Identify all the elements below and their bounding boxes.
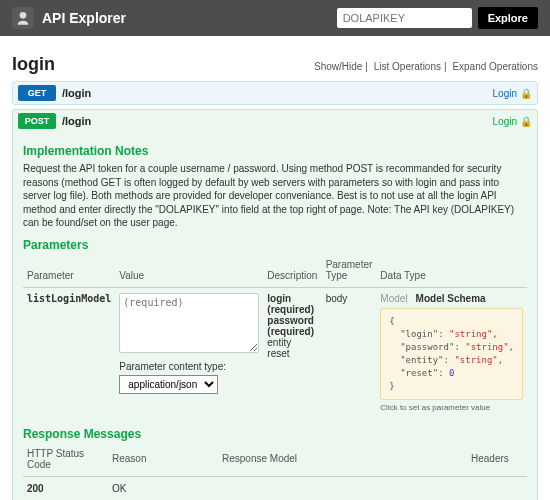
- app-header: API Explorer Explore: [0, 0, 550, 36]
- param-row: listLoginModel Parameter content type: a…: [23, 287, 527, 417]
- schema-note: Click to set as parameter value: [380, 403, 523, 412]
- params-table: Parameter Value Description Parameter Ty…: [23, 256, 527, 417]
- content-type-label: Parameter content type:: [119, 361, 259, 372]
- header-left: API Explorer: [12, 7, 126, 29]
- col-parameter: Parameter: [23, 256, 115, 288]
- endpoint-get-path[interactable]: /login: [62, 87, 487, 99]
- model-tab[interactable]: Model: [380, 293, 407, 304]
- model-schema-box[interactable]: { "login": "string", "password": "string…: [380, 308, 523, 400]
- responses-heading: Response Messages: [23, 427, 527, 441]
- param-description: login (required) password (required) ent…: [263, 287, 321, 417]
- section-links: Show/Hide| List Operations| Expand Opera…: [314, 61, 538, 72]
- endpoint-get-action[interactable]: Login 🔒: [493, 88, 532, 99]
- col-status: HTTP Status Code: [23, 445, 108, 477]
- link-showhide[interactable]: Show/Hide: [314, 61, 362, 72]
- endpoint-post-body: Implementation Notes Request the API tok…: [13, 132, 537, 500]
- col-value: Value: [115, 256, 263, 288]
- svg-point-0: [20, 12, 27, 19]
- param-value-input[interactable]: [119, 293, 259, 353]
- response-row: 200OK: [23, 476, 527, 500]
- params-heading: Parameters: [23, 238, 527, 252]
- content-type-select[interactable]: application/json: [119, 375, 218, 394]
- col-description: Description: [263, 256, 321, 288]
- endpoint-get[interactable]: GET /login Login 🔒: [12, 81, 538, 105]
- endpoint-post-header[interactable]: POST /login Login 🔒: [13, 110, 537, 132]
- col-model: Response Model: [218, 445, 467, 477]
- endpoint-post-action[interactable]: Login 🔒: [493, 116, 532, 127]
- col-headers: Headers: [467, 445, 527, 477]
- header-right: Explore: [337, 7, 538, 29]
- method-get-badge: GET: [18, 85, 56, 101]
- col-ptype: Parameter Type: [322, 256, 377, 288]
- apikey-input[interactable]: [337, 8, 472, 28]
- param-type: body: [322, 287, 377, 417]
- model-schema-tab[interactable]: Model Schema: [416, 293, 486, 304]
- endpoint-post: POST /login Login 🔒 Implementation Notes…: [12, 109, 538, 500]
- lock-icon: 🔒: [520, 88, 532, 99]
- endpoint-post-path[interactable]: /login: [62, 115, 487, 127]
- impl-notes: Request the API token for a couple usern…: [23, 162, 527, 230]
- param-name: listLoginModel: [23, 287, 115, 417]
- responses-table: HTTP Status Code Reason Response Model H…: [23, 445, 527, 500]
- section-header: login Show/Hide| List Operations| Expand…: [12, 54, 538, 75]
- col-dtype: Data Type: [376, 256, 527, 288]
- col-reason: Reason: [108, 445, 218, 477]
- explore-button[interactable]: Explore: [478, 7, 538, 29]
- lock-icon: 🔒: [520, 116, 532, 127]
- link-expandops[interactable]: Expand Operations: [452, 61, 538, 72]
- content: login Show/Hide| List Operations| Expand…: [0, 36, 550, 500]
- link-listops[interactable]: List Operations: [374, 61, 441, 72]
- method-post-badge: POST: [18, 113, 56, 129]
- impl-heading: Implementation Notes: [23, 144, 527, 158]
- endpoint-get-header: GET /login Login 🔒: [13, 82, 537, 104]
- param-datatype: Model Model Schema { "login": "string", …: [376, 287, 527, 417]
- section-title[interactable]: login: [12, 54, 55, 75]
- logo-icon: [12, 7, 34, 29]
- app-title: API Explorer: [42, 10, 126, 26]
